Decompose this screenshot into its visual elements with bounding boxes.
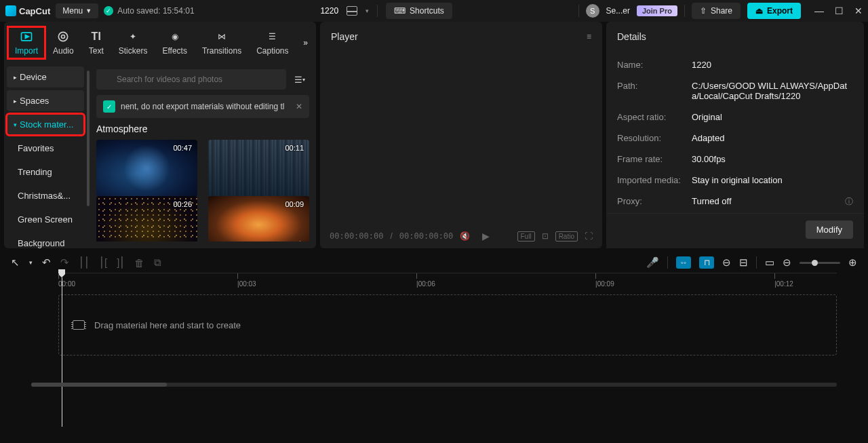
close-icon[interactable]: ✕ — [296, 102, 302, 111]
volume-icon[interactable]: 🔇 — [460, 231, 470, 241]
join-pro-badge[interactable]: Join Pro — [637, 5, 677, 16]
tab-text[interactable]: TI Text — [82, 27, 111, 58]
stock-thumb[interactable]: 00:09⭳ — [208, 196, 309, 242]
chevron-down-icon[interactable]: ▾ — [366, 7, 369, 14]
detail-framerate: 30.00fps — [692, 154, 853, 164]
sidebar-item-device[interactable]: ▸Device — [7, 66, 84, 88]
sidebar-item-favorites[interactable]: Favorites — [7, 138, 84, 159]
chevron-down-icon: ▼ — [85, 7, 92, 14]
share-icon: ⇧ — [700, 6, 707, 16]
player-title: Player — [331, 31, 358, 42]
info-icon[interactable]: ⓘ — [845, 196, 853, 208]
redo-button[interactable]: ↷ — [60, 256, 69, 269]
stock-thumb[interactable]: 00:47 — [96, 140, 197, 197]
timeline-toolbar: ↖ ▾ ↶ ↷ ⎮⎮ ⎮[ ]⎮ 🗑 ⧉ 🎤 ◦◦ ⊓ ⊖ ⊟ ▭ ⊖ ⊕ — [4, 252, 864, 273]
play-button[interactable]: ▶ — [482, 231, 490, 242]
sidebar-item-trending[interactable]: Trending — [7, 161, 84, 182]
timeline: ↖ ▾ ↶ ↷ ⎮⎮ ⎮[ ]⎮ 🗑 ⧉ 🎤 ◦◦ ⊓ ⊖ ⊟ ▭ ⊖ ⊕ 00… — [4, 252, 864, 387]
fullscreen-icon[interactable]: ⛶ — [585, 231, 593, 241]
project-name: 1220 — [320, 6, 338, 16]
playhead[interactable] — [58, 269, 65, 427]
tab-stickers[interactable]: ✦ Stickers — [112, 27, 155, 58]
split-tool[interactable]: ⎮⎮ — [79, 256, 90, 269]
split-left-tool[interactable]: ⎮[ — [99, 256, 107, 269]
preview-icon[interactable]: ▭ — [765, 256, 774, 269]
audio-icon — [56, 30, 71, 43]
player-panel: Player ≡ 00:00:00:00 / 00:00:00:00 🔇 ▶ F… — [320, 22, 602, 248]
zoom-slider[interactable] — [800, 262, 840, 264]
chevron-down-icon[interactable]: ▾ — [29, 259, 33, 266]
magnet-track-button[interactable]: ⊓ — [699, 256, 714, 269]
keyboard-icon: ⌨ — [394, 6, 406, 16]
sidebar-item-stock-materials[interactable]: ▾Stock mater... — [7, 114, 84, 135]
svg-point-2 — [59, 32, 68, 41]
autosave-status: ✓ Auto saved: 15:54:01 — [104, 6, 194, 16]
tab-transitions[interactable]: ⋈ Transitions — [195, 27, 248, 58]
share-button[interactable]: ⇧ Share — [692, 3, 741, 19]
layout-icon[interactable] — [347, 6, 357, 16]
magnet-main-button[interactable]: ◦◦ — [676, 256, 691, 269]
minimize-button[interactable]: — — [814, 5, 824, 16]
zoom-in-button[interactable]: ⊕ — [848, 256, 857, 269]
delete-tool[interactable]: 🗑 — [134, 257, 144, 269]
ratio-button[interactable]: Ratio — [555, 231, 578, 242]
export-icon: ⏏ — [755, 6, 763, 16]
details-panel: Details Name:1220 Path:C:/Users/GOOD WIL… — [606, 22, 864, 248]
detail-proxy: Turned off — [692, 196, 853, 206]
import-icon — [19, 30, 34, 43]
crop-icon[interactable]: ⊡ — [542, 231, 549, 241]
sidebar-item-spaces[interactable]: ▸Spaces — [7, 90, 84, 111]
mic-icon[interactable]: 🎤 — [646, 256, 659, 269]
tab-captions[interactable]: ☰ Captions — [250, 27, 295, 58]
details-title: Details — [617, 31, 646, 42]
section-title: Atmosphere — [96, 123, 309, 134]
player-menu-icon[interactable]: ≡ — [587, 32, 591, 41]
undo-button[interactable]: ↶ — [42, 256, 51, 269]
overflow-tabs[interactable]: » — [299, 34, 312, 52]
shield-icon: ✓ — [103, 100, 115, 113]
link-icon[interactable]: ⊖ — [722, 256, 731, 269]
sidebar-item-background[interactable]: Background — [7, 233, 84, 254]
pointer-tool[interactable]: ↖ — [11, 256, 20, 269]
download-icon[interactable]: ⭳ — [296, 239, 305, 242]
full-button[interactable]: Full — [517, 231, 535, 242]
menu-button[interactable]: Menu ▼ — [56, 3, 98, 18]
svg-point-3 — [62, 35, 65, 39]
search-input[interactable] — [96, 69, 286, 90]
filmstrip-icon — [73, 320, 85, 330]
user-avatar[interactable]: S — [586, 4, 599, 18]
detail-name: 1220 — [692, 60, 853, 70]
detail-resolution: Adapted — [692, 133, 853, 143]
sidebar-item-christmas[interactable]: Christmas&... — [7, 185, 84, 206]
sidebar-item-green-screen[interactable]: Green Screen — [7, 209, 84, 230]
player-viewport[interactable] — [320, 52, 602, 224]
player-controls: 00:00:00:00 / 00:00:00:00 🔇 ▶ Full ⊡ Rat… — [320, 224, 602, 248]
stock-thumb[interactable]: 00:26 — [96, 196, 197, 242]
effects-icon: ◉ — [167, 30, 182, 43]
titlebar: CapCut Menu ▼ ✓ Auto saved: 15:54:01 122… — [0, 0, 868, 22]
stock-thumb[interactable]: 00:11 — [208, 140, 309, 197]
tab-audio[interactable]: Audio — [46, 27, 81, 58]
captions-icon: ☰ — [265, 30, 280, 43]
user-name: Se...er — [606, 6, 630, 16]
close-button[interactable]: ✕ — [854, 5, 863, 16]
timeline-scrollbar[interactable] — [31, 383, 837, 387]
crop-tool[interactable]: ⧉ — [154, 256, 161, 269]
notice-banner: ✓ nent, do not export materials without … — [96, 95, 309, 118]
svg-marker-1 — [25, 35, 28, 39]
sidebar-scrollbar[interactable] — [87, 71, 90, 206]
maximize-button[interactable]: ☐ — [835, 5, 844, 16]
split-right-tool[interactable]: ]⎮ — [117, 256, 125, 269]
align-icon[interactable]: ⊟ — [739, 256, 748, 269]
zoom-out-button[interactable]: ⊖ — [783, 256, 791, 269]
tab-effects[interactable]: ◉ Effects — [155, 27, 193, 58]
total-time: 00:00:00:00 — [399, 231, 453, 241]
shortcuts-button[interactable]: ⌨ Shortcuts — [386, 3, 452, 19]
filter-button[interactable]: ☰▾ — [290, 71, 309, 89]
timeline-ruler[interactable]: 00:00 |00:03 |00:06 |00:09 |00:12 — [58, 273, 837, 289]
export-button[interactable]: ⏏ Export — [747, 3, 801, 19]
modify-button[interactable]: Modify — [806, 220, 853, 239]
transitions-icon: ⋈ — [214, 30, 229, 43]
tab-import[interactable]: Import — [8, 27, 45, 58]
timeline-drop-zone[interactable]: Drag material here and start to create — [58, 294, 837, 355]
